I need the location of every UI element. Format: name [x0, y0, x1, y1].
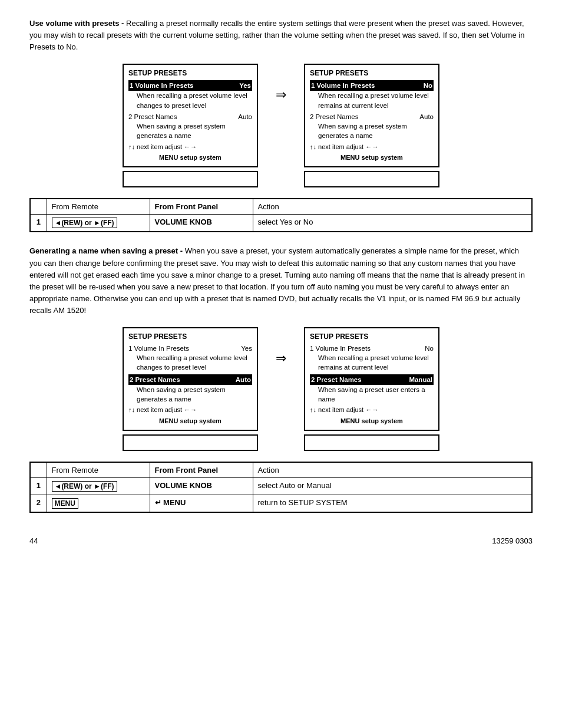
screen2-right-row2: 2 Preset Names Manual — [310, 374, 434, 386]
screen2-right-row1: 1 Volume In Presets No — [310, 344, 434, 354]
screen1-left-display — [123, 171, 258, 187]
section2-table-row2: 2 MENU ↵ MENU return to SETUP SYSTEM — [30, 495, 532, 513]
screen1-right-row2: 2 Preset Names Auto — [310, 112, 434, 122]
screen2-left-row1: 1 Volume In Presets Yes — [128, 344, 252, 354]
screen1-left-row2-label: 2 Preset Names — [128, 112, 177, 122]
screen2-left-display — [123, 434, 258, 451]
screen1-right-desc1: When recalling a preset volume level rem… — [310, 91, 434, 110]
screen2-right-row2-label: 2 Preset Names — [311, 375, 362, 385]
screen1-right-wrapper: SETUP PRESETS 1 Volume In Presets No Whe… — [304, 64, 439, 187]
screen2-right-menu: MENU setup system — [310, 417, 434, 426]
screen1-left-row1-label: 1 Volume In Presets — [130, 81, 193, 91]
screen1-left: SETUP PRESETS 1 Volume In Presets Yes Wh… — [123, 64, 258, 167]
screen1-right-row1-label: 1 Volume In Presets — [311, 81, 375, 91]
screen2-right-nav: ↑↓ next item adjust ←→ — [310, 406, 434, 415]
screen2-left: SETUP PRESETS 1 Volume In Presets Yes Wh… — [123, 327, 258, 431]
section2-intro-text: When you save a preset, your system auto… — [29, 246, 525, 315]
screen1-right-menu: MENU setup system — [310, 153, 434, 163]
section2-arrow: ⇒ — [276, 327, 286, 366]
screen2-left-row1-label: 1 Volume In Presets — [128, 344, 189, 354]
screen1-left-title: SETUP PRESETS — [128, 68, 252, 78]
section1-intro: Use volume with presets - Recalling a pr… — [29, 18, 533, 53]
section2-table: From Remote From Front Panel Action 1 ◄(… — [29, 462, 533, 513]
section2-row2-remote: MENU — [47, 495, 150, 513]
screen1-right-nav: ↑↓ next item adjust ←→ — [310, 143, 434, 152]
screen2-left-desc2: When saving a preset system generates a … — [128, 385, 252, 404]
screen1-right-title: SETUP PRESETS — [310, 68, 434, 78]
page-number: 44 — [29, 536, 38, 545]
section1-row1-panel: VOLUME KNOB — [150, 215, 253, 232]
screen1-left-wrapper: SETUP PRESETS 1 Volume In Presets Yes Wh… — [123, 64, 258, 187]
screen2-left-menu: MENU setup system — [128, 417, 252, 426]
section2-row2-action: return to SETUP SYSTEM — [253, 495, 532, 513]
section1-col-panel: From Front Panel — [150, 199, 253, 215]
screen2-right-wrapper: SETUP PRESETS 1 Volume In Presets No Whe… — [304, 327, 439, 451]
section2-col-action: Action — [253, 462, 532, 478]
section1-col-action: Action — [253, 199, 532, 215]
section2-row1-num: 1 — [30, 478, 47, 495]
section2-row2-remote-btn: MENU — [52, 498, 78, 509]
section1-table: From Remote From Front Panel Action 1 ◄(… — [29, 198, 533, 232]
section1-row1-num: 1 — [30, 215, 47, 232]
screen2-right-display — [304, 434, 439, 451]
section1-row1-action: select Yes or No — [253, 215, 532, 232]
section2-intro: Generating a name when saving a preset -… — [29, 245, 533, 317]
section2-row1-panel: VOLUME KNOB — [150, 478, 253, 495]
screen2-right-title: SETUP PRESETS — [310, 332, 434, 342]
screen1-right-row2-value: Auto — [419, 112, 434, 122]
screen2-right-row1-value: No — [425, 344, 434, 354]
section1-row1-remote-btn: ◄(REW) or ►(FF) — [52, 218, 117, 228]
screen2-right-desc2: When saving a preset user enters a name — [310, 385, 434, 404]
screen1-right-row2-label: 2 Preset Names — [310, 112, 358, 122]
screen2-left-wrapper: SETUP PRESETS 1 Volume In Presets Yes Wh… — [123, 327, 258, 451]
screen2-right: SETUP PRESETS 1 Volume In Presets No Whe… — [304, 327, 439, 431]
section1-col-remote: From Remote — [47, 199, 150, 215]
section2-row2-panel: ↵ MENU — [150, 495, 253, 513]
page-catalog: 13259 0303 — [492, 536, 533, 545]
screen2-left-desc1: When recalling a preset volume level cha… — [128, 353, 252, 372]
screen1-right-row1-value: No — [424, 81, 432, 91]
section1-row1-remote: ◄(REW) or ►(FF) — [47, 215, 150, 232]
screen1-right-desc2: When saving a preset system generates a … — [310, 121, 434, 140]
section1-arrow: ⇒ — [276, 64, 286, 103]
screen1-left-row2: 2 Preset Names Auto — [128, 112, 252, 122]
screen1-left-row1-value: Yes — [239, 81, 251, 91]
screen1-left-row1: 1 Volume In Presets Yes — [128, 80, 252, 91]
section2-row1-remote: ◄(REW) or ►(FF) — [47, 478, 150, 495]
screen1-left-desc1: When recalling a preset volume level cha… — [128, 91, 252, 110]
screen1-right: SETUP PRESETS 1 Volume In Presets No Whe… — [304, 64, 439, 167]
section2-col-num — [30, 462, 47, 478]
section1-table-row1: 1 ◄(REW) or ►(FF) VOLUME KNOB select Yes… — [30, 215, 532, 232]
section2: Generating a name when saving a preset -… — [29, 245, 533, 513]
screen1-left-menu: MENU setup system — [128, 153, 252, 163]
section2-row1-remote-btn: ◄(REW) or ►(FF) — [52, 481, 117, 492]
section2-table-header: From Remote From Front Panel Action — [30, 462, 532, 478]
section2-row2-num: 2 — [30, 495, 47, 513]
section2-screens: SETUP PRESETS 1 Volume In Presets Yes Wh… — [29, 327, 533, 451]
section1-screens: SETUP PRESETS 1 Volume In Presets Yes Wh… — [29, 64, 533, 187]
screen2-left-title: SETUP PRESETS — [128, 332, 252, 342]
screen2-left-row2-label: 2 Preset Names — [130, 375, 180, 385]
screen2-right-desc1: When recalling a preset volume level rem… — [310, 353, 434, 372]
section1-col-num — [30, 199, 47, 215]
section2-col-panel: From Front Panel — [150, 462, 253, 478]
section1-table-header: From Remote From Front Panel Action — [30, 199, 532, 215]
screen2-right-row1-label: 1 Volume In Presets — [310, 344, 371, 354]
screen1-left-nav: ↑↓ next item adjust ←→ — [128, 143, 252, 152]
screen2-left-row2: 2 Preset Names Auto — [128, 374, 252, 386]
section2-table-row1: 1 ◄(REW) or ►(FF) VOLUME KNOB select Aut… — [30, 478, 532, 495]
section1: Use volume with presets - Recalling a pr… — [29, 18, 533, 232]
screen1-right-display — [304, 171, 439, 187]
screen1-left-desc2: When saving a preset system generates a … — [128, 121, 252, 140]
screen1-left-row2-value: Auto — [238, 112, 252, 122]
screen2-left-row2-value: Auto — [236, 375, 251, 385]
screen1-right-row1: 1 Volume In Presets No — [310, 80, 434, 91]
screen2-left-nav: ↑↓ next item adjust ←→ — [128, 406, 252, 415]
page-footer: 44 13259 0303 — [29, 536, 533, 545]
screen2-left-row1-value: Yes — [241, 344, 252, 354]
section1-intro-bold: Use volume with presets - — [29, 19, 124, 28]
section2-intro-bold: Generating a name when saving a preset - — [29, 246, 183, 255]
section2-col-remote: From Remote — [47, 462, 150, 478]
screen2-right-row2-value: Manual — [409, 375, 432, 385]
section2-row1-action: select Auto or Manual — [253, 478, 532, 495]
